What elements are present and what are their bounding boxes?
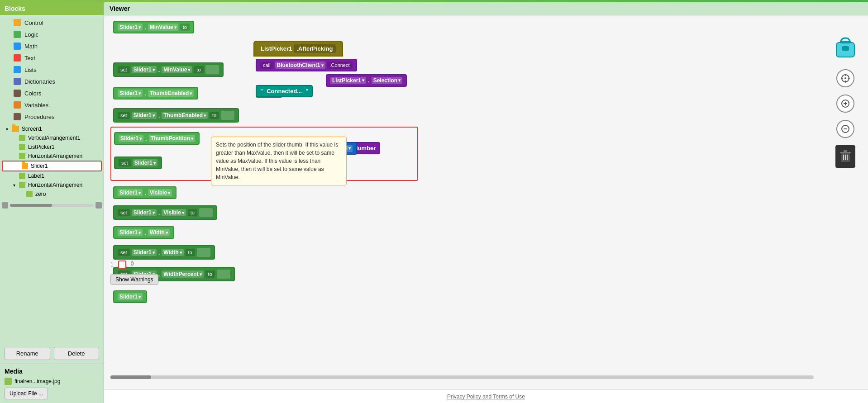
sidebar-action-buttons: Rename Delete — [0, 343, 104, 364]
zoom-out-icon — [841, 124, 850, 133]
media-file-icon — [5, 378, 12, 385]
svg-point-4 — [844, 77, 846, 79]
dictionaries-icon — [14, 78, 21, 85]
text-icon — [14, 54, 21, 62]
colors-icon — [14, 90, 21, 97]
sidebar-item-procedures[interactable]: Procedures — [0, 111, 104, 123]
tooltip-text: Sets the position of the slider thumb. I… — [216, 142, 338, 180]
scroll-left[interactable] — [2, 202, 8, 209]
label1-icon — [19, 173, 25, 179]
block-set-slider1-thumbenabled[interactable]: set Slider1 . ThumbEnabled to — [113, 108, 239, 123]
sidebar-item-variables[interactable]: Variables — [0, 99, 104, 111]
logic-icon — [14, 31, 21, 38]
scroll-right[interactable] — [95, 202, 102, 209]
svg-rect-16 — [844, 150, 847, 152]
sidebar-item-dictionaries[interactable]: Dictionaries — [0, 76, 104, 87]
procedures-icon — [14, 113, 21, 120]
zoom-out-button[interactable] — [836, 120, 854, 138]
viewer-scrollbar[interactable] — [110, 375, 814, 379]
horiz-arr2-icon — [19, 182, 25, 188]
media-section: Media finalren...image.jpg Upload File .… — [0, 364, 104, 403]
slider1-folder-icon — [22, 163, 28, 169]
horizontal-arrangement2-label: HorizontalArrangemen — [28, 182, 82, 188]
block-slider1-thumbenabled[interactable]: Slider1 . ThumbEnabled — [113, 87, 198, 100]
screen1-folder-icon — [12, 126, 19, 132]
sidebar-item-logic[interactable]: Logic — [0, 28, 104, 40]
viewer: Viewer Slider1 . MinValue to ListPicker1… — [104, 2, 868, 403]
block-slider1-width[interactable]: Slider1 . Width — [113, 226, 174, 239]
backpack-button[interactable] — [832, 33, 859, 62]
block-address-listpicker[interactable]: address ListPicker1 . Selection — [326, 77, 348, 84]
control-icon — [14, 19, 21, 26]
blocks-title: Blocks — [0, 2, 104, 15]
tree-item-slider1[interactable]: ▸ Slider1 — [2, 161, 102, 171]
trash-button[interactable] — [835, 145, 855, 168]
rename-button[interactable]: Rename — [5, 347, 50, 360]
block-selection-connect[interactable]: Selection to call BluetoothClient1 .Conn… — [256, 59, 304, 71]
sidebar-item-math[interactable]: Math — [0, 40, 104, 52]
sidebar-item-text[interactable]: Text — [0, 52, 104, 64]
sidebar-item-colors[interactable]: Colors — [0, 87, 104, 99]
block-text-connected[interactable]: Text to " Connected... " — [256, 88, 261, 95]
minvalue-dd[interactable]: MinValue — [148, 24, 178, 31]
block-set-slider1-minvalue[interactable]: set Slider1 . MinValue to — [113, 62, 224, 77]
slider1-label: Slider1 — [31, 163, 48, 169]
tree-toggle-screen1[interactable]: ▾ — [4, 126, 10, 132]
right-tools — [832, 33, 859, 168]
zero-label: zero — [35, 191, 46, 197]
block-set-slider1-thumbpos[interactable]: set Slider1 — [114, 156, 162, 169]
block-slider1-thumbposition[interactable]: Slider1 . ThumbPosition — [114, 132, 200, 145]
delete-button[interactable]: Delete — [54, 347, 100, 360]
procedures-label: Procedures — [24, 114, 54, 120]
block-slider1-last[interactable]: Slider1 — [113, 290, 147, 303]
viewer-header: Viewer — [104, 2, 868, 15]
tree-item-horizontal-arrangement1[interactable]: ▸ HorizontalArrangemen — [0, 152, 104, 161]
checkbox-0[interactable] — [118, 261, 126, 269]
label1-label: Label1 — [28, 173, 44, 179]
component-tree: ▾ Screen1 ▸ VerticalArrangement1 ▸ ListP… — [0, 123, 104, 200]
math-label: Math — [24, 43, 38, 50]
zero-icon — [26, 191, 33, 197]
tree-item-listpicker1[interactable]: ▸ ListPicker1 — [0, 142, 104, 152]
footer: Privacy Policy and Terms of Use — [104, 389, 868, 403]
svg-rect-1 — [842, 46, 849, 51]
viewer-scrollbar-thumb[interactable] — [110, 375, 151, 379]
tree-item-label1[interactable]: ▸ Label1 — [0, 171, 104, 180]
tooltip-thumbposition: Sets the position of the slider thumb. I… — [211, 137, 347, 185]
sidebar-categories: Control Logic Math Text Lists Dictionari… — [0, 15, 104, 343]
crosshair-icon — [840, 73, 850, 83]
tree-item-screen1[interactable]: ▾ Screen1 — [0, 124, 104, 133]
tree-item-zero[interactable]: ▸ zero — [0, 190, 104, 199]
block-slider1-visible[interactable]: Slider1 . Visible — [113, 186, 176, 199]
tree-item-horizontal-arrangement2[interactable]: ▾ HorizontalArrangemen — [0, 180, 104, 190]
vertical-arrangement1-label: VerticalArrangement1 — [28, 135, 80, 141]
screen1-label: Screen1 — [22, 126, 42, 132]
block-checkboxes: 1 0 — [110, 261, 134, 269]
vert-arr-icon — [19, 135, 25, 141]
media-file-item: finalren...image.jpg — [5, 378, 99, 385]
tree-item-vertical-arrangement1[interactable]: ▸ VerticalArrangement1 — [0, 133, 104, 142]
logic-label: Logic — [24, 31, 38, 38]
block-set-slider1-width[interactable]: set Slider1 . Width to — [113, 245, 215, 260]
listpicker-icon — [19, 144, 25, 150]
lists-icon — [14, 66, 21, 73]
privacy-link[interactable]: Privacy Policy and Terms of Use — [447, 394, 525, 400]
variables-icon — [14, 101, 21, 109]
viewer-canvas: Slider1 . MinValue to ListPicker1 .After… — [104, 15, 868, 401]
show-warnings-button[interactable]: Show Warnings — [110, 274, 158, 285]
horiz-arr1-icon — [19, 153, 25, 159]
sidebar-item-control[interactable]: Control — [0, 17, 104, 28]
crosshair-button[interactable] — [836, 69, 854, 87]
upload-file-button[interactable]: Upload File ... — [5, 388, 48, 399]
listpicker1-label: ListPicker1 — [28, 144, 55, 150]
block-set-slider1-visible[interactable]: set Slider1 . Visible to — [113, 205, 217, 220]
slider1-dd[interactable]: Slider1 — [118, 24, 143, 31]
block-slider1-minvalue[interactable]: Slider1 . MinValue to — [113, 21, 194, 33]
zoom-in-button[interactable] — [836, 95, 854, 113]
tree-toggle-horiz2[interactable]: ▾ — [11, 182, 17, 188]
dictionaries-label: Dictionaries — [24, 78, 55, 85]
sidebar: Blocks Control Logic Math Text Lists — [0, 2, 104, 403]
backpack-icon — [832, 33, 859, 61]
control-label: Control — [24, 19, 43, 26]
sidebar-item-lists[interactable]: Lists — [0, 64, 104, 76]
